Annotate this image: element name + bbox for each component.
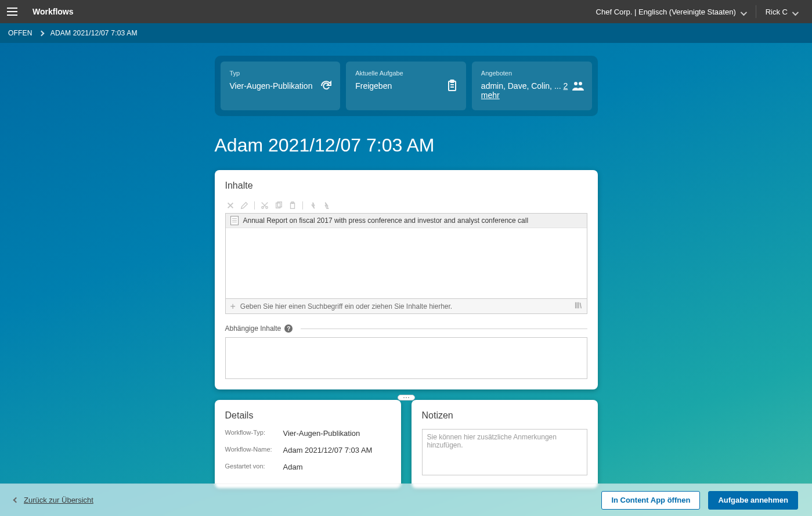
toolbar-divider [302, 201, 303, 210]
details-panel: Details Workflow-Typ: Vier-Augen-Publika… [215, 400, 401, 488]
open-in-content-app-button[interactable]: In Content App öffnen [601, 491, 700, 510]
detail-key: Workflow-Typ: [225, 429, 283, 438]
detail-value: Vier-Augen-Publikation [283, 429, 391, 438]
users-icon [571, 79, 585, 93]
edit-icon[interactable] [240, 201, 248, 210]
info-card-value: Vier-Augen-Publikation [230, 81, 331, 91]
detail-key: Gestartet von: [225, 463, 283, 471]
org-label: Chef Corp. | Englisch (Vereinigte Staate… [596, 8, 736, 16]
back-to-overview-link[interactable]: Zurück zur Übersicht [14, 496, 93, 504]
refresh-icon [319, 79, 333, 93]
chevron-down-icon [741, 9, 746, 15]
paste-icon[interactable] [288, 201, 297, 210]
svg-point-2 [574, 82, 578, 85]
notes-panel: Notizen [412, 400, 598, 488]
breadcrumb: OFFEN ADAM 2021/12/07 7:03 AM [0, 23, 812, 43]
info-card-label: Aktuelle Aufgabe [355, 70, 457, 77]
contents-toolbar [225, 199, 587, 213]
info-card-value: Freigeben [355, 81, 457, 91]
user-label: Rick C [766, 8, 788, 16]
dependent-label-text: Abhängige Inhalte [225, 324, 282, 333]
plus-icon: + [230, 302, 236, 311]
info-card-label: Typ [230, 70, 331, 77]
chevron-down-icon [792, 9, 798, 15]
menu-icon[interactable] [7, 5, 21, 19]
main-content: Typ Vier-Augen-Publikation Aktuelle Aufg… [0, 43, 812, 516]
chevron-left-icon [13, 497, 19, 503]
breadcrumb-root[interactable]: OFFEN [8, 29, 33, 37]
clipboard-icon [445, 79, 459, 93]
content-row-title: Annual Report on fiscal 2017 with press … [243, 216, 529, 225]
button-label: Aufgabe annehmen [718, 496, 788, 504]
toolbar-divider [254, 201, 255, 210]
info-card-value: admin, Dave, Colin, ... 2 mehr [481, 81, 583, 100]
contents-list[interactable]: Annual Report on fiscal 2017 with press … [225, 213, 587, 299]
topbar: Workflows Chef Corp. | Englisch (Vereini… [0, 0, 812, 23]
info-card-offered: Angeboten admin, Dave, Colin, ... 2 mehr [472, 62, 592, 110]
button-label: In Content App öffnen [611, 496, 690, 504]
action-icon[interactable] [309, 201, 317, 210]
library-icon[interactable] [574, 301, 582, 311]
dependent-contents-area[interactable] [225, 337, 587, 379]
notes-textarea[interactable] [422, 429, 587, 475]
back-label: Zurück zur Übersicht [24, 496, 93, 504]
contents-search-dropzone[interactable]: + Geben Sie hier einen Suchbegriff ein o… [225, 299, 587, 314]
info-card-task: Aktuelle Aufgabe Freigeben [346, 62, 466, 110]
footer-action-bar: Zurück zur Übersicht In Content App öffn… [0, 483, 812, 516]
help-icon[interactable]: ? [284, 324, 293, 333]
close-icon[interactable] [226, 201, 234, 210]
search-placeholder: Geben Sie hier einen Suchbegriff ein ode… [240, 302, 452, 311]
contents-panel-title: Inhalte [225, 181, 587, 191]
dependent-contents-label: Abhängige Inhalte ? [225, 324, 587, 333]
svg-point-5 [265, 207, 268, 209]
accept-task-button[interactable]: Aufgabe annehmen [708, 491, 798, 510]
copy-icon[interactable] [275, 201, 283, 210]
chevron-right-icon [39, 29, 44, 37]
page-title: Adam 2021/12/07 7:03 AM [215, 135, 598, 156]
cut-icon[interactable] [261, 201, 269, 210]
content-row[interactable]: Annual Report on fiscal 2017 with press … [226, 214, 587, 228]
detail-value: Adam [283, 463, 391, 471]
topbar-divider [756, 5, 756, 18]
info-card-label: Angeboten [481, 70, 583, 77]
details-panel-title: Details [225, 410, 391, 421]
notes-panel-title: Notizen [422, 410, 587, 421]
info-cards-row: Typ Vier-Augen-Publikation Aktuelle Aufg… [215, 56, 598, 116]
svg-point-4 [261, 207, 264, 209]
contents-panel: Inhalte Annual Report on fiscal 2017 wit… [215, 170, 598, 389]
detail-key: Workflow-Name: [225, 446, 283, 454]
breadcrumb-current: ADAM 2021/12/07 7:03 AM [50, 29, 138, 37]
document-icon [230, 216, 239, 225]
detail-value: Adam 2021/12/07 7:03 AM [283, 446, 391, 454]
user-selector[interactable]: Rick C [759, 8, 805, 16]
svg-point-3 [579, 82, 582, 85]
info-card-type: Typ Vier-Augen-Publikation [221, 62, 341, 110]
action-icon[interactable] [323, 201, 331, 210]
app-title: Workflows [33, 7, 74, 16]
org-selector[interactable]: Chef Corp. | Englisch (Vereinigte Staate… [589, 8, 753, 16]
offered-names: admin, Dave, Colin, ... [481, 81, 564, 91]
